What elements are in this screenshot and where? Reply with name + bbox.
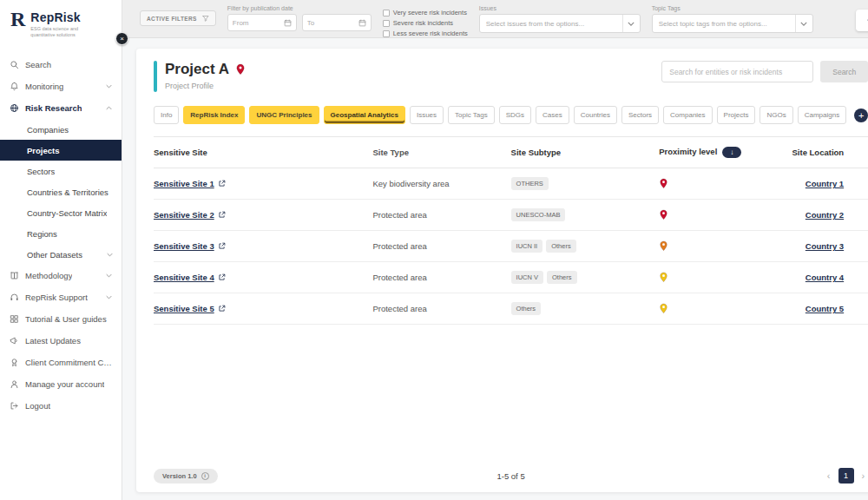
sidebar-item-companies[interactable]: Companies — [0, 119, 122, 140]
logout-icon — [10, 401, 19, 411]
sidebar-item-methodology[interactable]: Methodology — [0, 265, 122, 286]
site-subtype-cell: OTHERS — [511, 177, 654, 190]
site-subtype-badge: Others — [511, 302, 542, 315]
table-row-sensitive-site-5: Sensitive Site 5Protected areaOthersCoun… — [154, 293, 868, 325]
add-tab-button[interactable]: + — [854, 109, 868, 122]
external-link-icon[interactable] — [218, 241, 226, 251]
sidebar-item-regions[interactable]: Regions — [0, 223, 122, 244]
external-link-icon[interactable] — [218, 304, 226, 313]
sidebar-item-client-commitment-charter[interactable]: Client Commitment Charter — [0, 352, 122, 373]
sidebar-item-monitoring[interactable]: Monitoring — [0, 76, 122, 97]
checkbox-icon[interactable] — [383, 30, 390, 37]
badge-icon — [10, 358, 19, 367]
search-button[interactable]: Search — [820, 61, 868, 82]
calendar-icon[interactable] — [358, 19, 366, 27]
tab-sectors[interactable]: Sectors — [621, 106, 659, 124]
tab-countries[interactable]: Countries — [574, 106, 617, 124]
project-profile-card: Project A Project Profile Search InfoRep… — [136, 49, 868, 492]
external-link-icon[interactable] — [218, 210, 226, 220]
date-to-input[interactable] — [302, 14, 372, 31]
sensitive-site-link[interactable]: Sensitive Site 5 — [154, 304, 214, 313]
sidebar-item-risk-research[interactable]: Risk Research — [0, 97, 122, 119]
logo-text: RepRisk ESG data science and quantitativ… — [30, 10, 88, 38]
country-link[interactable]: Country 2 — [806, 210, 844, 220]
checkbox-icon[interactable] — [383, 20, 390, 27]
tab-info[interactable]: Info — [154, 106, 179, 124]
sensitive-site-link[interactable]: Sensitive Site 1 — [154, 179, 214, 188]
table-row-sensitive-site-1: Sensitive Site 1Key biodiversity areaOTH… — [154, 168, 868, 200]
page-1-button[interactable]: 1 — [838, 468, 854, 484]
previous-page-button[interactable]: ‹ — [827, 470, 831, 481]
next-page-button[interactable]: › — [862, 470, 865, 481]
sensitive-site-link[interactable]: Sensitive Site 4 — [154, 273, 214, 282]
entity-search-input[interactable] — [661, 61, 813, 82]
severity-option-very-severe-risk-incidents[interactable]: Very severe risk incidents — [383, 9, 468, 16]
calendar-icon[interactable] — [284, 19, 292, 27]
external-link-icon[interactable] — [218, 273, 226, 282]
sidebar-item-manage-your-account[interactable]: Manage your account — [0, 373, 122, 395]
info-icon[interactable]: i — [201, 472, 209, 480]
checkbox-icon[interactable] — [383, 10, 390, 16]
column-proximity-level: Proximity level↓ — [654, 147, 773, 158]
sidebar-item-label: Companies — [27, 125, 69, 135]
sidebar-item-countries-territories[interactable]: Countries & Territories — [0, 181, 122, 202]
severity-option-less-severe-risk-incidents[interactable]: Less severe risk incidents — [383, 30, 468, 37]
sidebar-item-other-datasets[interactable]: Other Datasets — [0, 244, 122, 265]
sidebar-item-country-sector-matrix[interactable]: Country-Sector Matrix — [0, 202, 122, 223]
sensitive-site-link[interactable]: Sensitive Site 3 — [154, 241, 214, 251]
tab-issues[interactable]: Issues — [410, 106, 444, 124]
chevron-down-icon[interactable] — [622, 15, 640, 32]
column-site-subtype: Site Subtype — [511, 148, 654, 157]
country-link[interactable]: Country 4 — [806, 273, 844, 282]
profile-tabs: InfoRepRisk IndexUNGC PrinciplesGeospati… — [154, 106, 868, 124]
proximity-pin-yellow-icon — [659, 272, 773, 283]
country-link[interactable]: Country 1 — [806, 179, 844, 188]
bell-icon — [10, 82, 19, 91]
sidebar-item-label: Manage your account — [25, 379, 104, 389]
grid-icon — [10, 314, 19, 324]
chevron-down-icon — [106, 295, 112, 299]
topic-tags-select[interactable]: Select topic tags from the options... — [652, 14, 813, 33]
sidebar-item-projects[interactable]: Projects — [0, 140, 122, 161]
sidebar-item-sectors[interactable]: Sectors — [0, 161, 122, 181]
site-subtype-badge: IUCN II — [511, 240, 543, 253]
search-icon — [10, 60, 19, 69]
sort-descending-button[interactable]: ↓ — [722, 147, 741, 158]
tab-projects[interactable]: Projects — [717, 106, 756, 124]
tab-cases[interactable]: Cases — [536, 106, 569, 124]
tab-reprisk-index[interactable]: RepRisk Index — [183, 106, 245, 124]
tab-campaigns[interactable]: Campaigns — [798, 106, 846, 124]
severity-option-severe-risk-incidents[interactable]: Severe risk incidents — [383, 19, 468, 27]
sidebar-item-label: Sectors — [27, 167, 55, 176]
proximity-pin-yellow-icon — [659, 303, 773, 314]
tab-geospatial-analytics[interactable]: Geospatial Analytics — [324, 106, 405, 124]
tab-companies[interactable]: Companies — [663, 106, 712, 124]
tab-ngos[interactable]: NGOs — [760, 106, 792, 124]
site-type-value: Protected area — [372, 210, 510, 220]
table-header: Sensitive Site Site Type Site Subtype Pr… — [154, 136, 868, 168]
sidebar-item-search[interactable]: Search — [0, 54, 122, 76]
app: R RepRisk ESG data science and quantitat… — [0, 0, 868, 500]
country-link[interactable]: Country 3 — [806, 241, 844, 251]
sidebar-item-label: Monitoring — [25, 82, 63, 91]
external-link-icon[interactable] — [218, 179, 226, 188]
to-field[interactable] — [307, 19, 358, 27]
sidebar-item-label: Other Datasets — [27, 250, 82, 260]
from-field[interactable] — [233, 19, 284, 27]
sidebar-item-tutorial-user-guides[interactable]: Tutorial & User guides — [0, 308, 122, 330]
sidebar-item-logout[interactable]: Logout — [0, 395, 122, 417]
issues-select[interactable]: Select issues from the options... — [479, 14, 641, 33]
date-from-input[interactable] — [227, 14, 297, 31]
sidebar-collapse-toggle[interactable]: × — [115, 32, 128, 45]
issues-group: Issues Select issues from the options... — [479, 5, 641, 33]
country-link[interactable]: Country 5 — [806, 304, 844, 313]
active-filters-button[interactable]: ACTIVE FILTERS — [140, 10, 216, 26]
chevron-down-icon[interactable] — [795, 15, 812, 32]
sidebar-item-latest-updates[interactable]: Latest Updates — [0, 330, 122, 352]
sensitive-site-link[interactable]: Sensitive Site 2 — [154, 210, 214, 220]
tab-topic-tags[interactable]: Topic Tags — [448, 106, 495, 124]
collapse-filterbar-button[interactable] — [856, 10, 868, 31]
tab-sdgs[interactable]: SDGs — [499, 106, 531, 124]
sidebar-item-reprisk-support[interactable]: RepRisk Support — [0, 286, 122, 308]
tab-ungc-principles[interactable]: UNGC Principles — [249, 106, 319, 124]
